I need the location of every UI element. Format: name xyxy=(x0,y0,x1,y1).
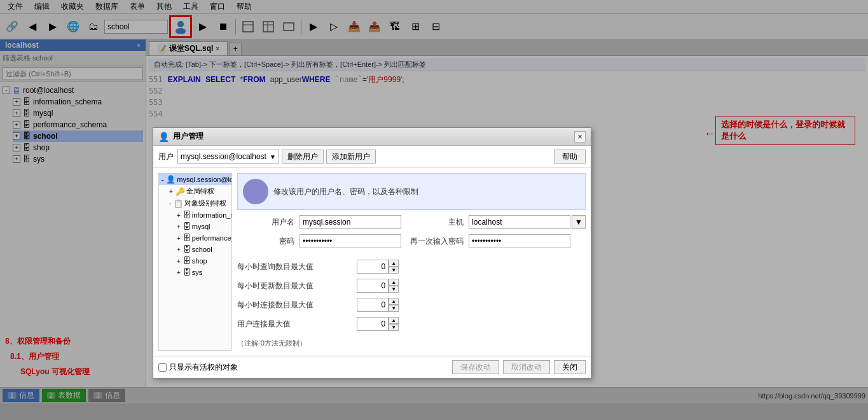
user-dropdown-value: mysql.session@localhost xyxy=(181,152,266,161)
dlg-expand-mysql[interactable]: + xyxy=(177,223,181,230)
max-queries-input[interactable] xyxy=(357,260,389,274)
dlg-db-school[interactable]: + 🗄 school xyxy=(174,244,231,255)
max-connections-input[interactable] xyxy=(357,298,389,312)
show-active-checkbox[interactable] xyxy=(158,363,167,372)
confirm-label: 再一次输入密码 xyxy=(406,236,464,247)
max-connections-up[interactable]: ▲ xyxy=(389,298,399,305)
dlg-db-perf-icon: 🗄 xyxy=(183,234,191,242)
max-user-conn-btns: ▲ ▼ xyxy=(389,317,399,331)
dialog-footer: 只显示有活权的对象 保存改动 取消改动 关闭 xyxy=(153,356,591,378)
dlg-tree-global-label: 全局特权 xyxy=(186,186,214,196)
max-user-conn-label: 用户连接最大值 xyxy=(237,319,352,330)
max-connections-down[interactable]: ▼ xyxy=(389,305,399,312)
form-row-max-updates: 每小时更新数目最大值 ▲ ▼ xyxy=(237,279,586,293)
save-btn[interactable]: 保存改动 xyxy=(452,360,499,374)
form-row-max-user-conn: 用户连接最大值 ▲ ▼ xyxy=(237,317,586,331)
dlg-db-school-icon: 🗄 xyxy=(183,245,191,254)
dropdown-arrow-icon: ▼ xyxy=(270,153,276,160)
dlg-db-info-label: information_schema xyxy=(192,211,232,219)
max-connections-label: 每小时连接数目最大值 xyxy=(237,300,352,311)
delete-user-btn[interactable]: 删除用户 xyxy=(282,150,324,164)
dlg-tree-global-priv[interactable]: + 🔑 全局特权 xyxy=(167,185,231,197)
max-user-conn-input[interactable] xyxy=(357,317,389,331)
show-active-label: 只显示有活权的对象 xyxy=(169,362,238,373)
dlg-db-shop-label: shop xyxy=(192,257,207,265)
svg-point-9 xyxy=(248,193,263,202)
host-dropdown-btn[interactable]: ▼ xyxy=(572,215,586,229)
dlg-expand-info[interactable]: + xyxy=(177,212,181,219)
dlg-db-mysql-icon: 🗄 xyxy=(183,222,191,231)
user-info-header: 修改该用户的用户名、密码，以及各种限制 xyxy=(237,173,586,210)
max-updates-up[interactable]: ▲ xyxy=(389,279,399,286)
footer-right: 保存改动 取消改动 关闭 xyxy=(452,360,586,374)
dlg-expand-sys[interactable]: + xyxy=(177,269,181,276)
max-updates-down[interactable]: ▼ xyxy=(389,286,399,293)
max-queries-up[interactable]: ▲ xyxy=(389,260,399,267)
user-description-text: 修改该用户的用户名、密码，以及各种限制 xyxy=(273,186,418,197)
password-input[interactable] xyxy=(300,234,401,248)
dlg-tree-global: + 🔑 全局特权 - 📋 对象级别特权 + 🗄 information_sc xyxy=(167,185,231,278)
dlg-expand-shop[interactable]: + xyxy=(177,258,181,265)
dlg-tree-dbs: + 🗄 information_schema + 🗄 mysql + 🗄 xyxy=(174,209,231,278)
svg-point-8 xyxy=(251,183,260,192)
dialog-title-text: 用户管理 xyxy=(173,131,203,142)
user-dropdown[interactable]: mysql.session@localhost ▼ xyxy=(177,150,279,164)
form-row-username: 用户名 主机 ▼ xyxy=(237,215,586,229)
dlg-tree-root-label: mysql.session@localhost xyxy=(177,176,232,183)
max-user-conn-down[interactable]: ▼ xyxy=(389,324,399,331)
dlg-db-shop[interactable]: + 🗄 shop xyxy=(174,255,231,267)
dlg-tree-root[interactable]: - 👤 mysql.session@localhost xyxy=(159,174,231,185)
dlg-expand-object[interactable]: - xyxy=(169,200,171,207)
max-updates-spinner: ▲ ▼ xyxy=(357,279,399,293)
username-label: 用户名 xyxy=(237,217,294,228)
dlg-tree-object-label: 对象级别特权 xyxy=(184,199,226,208)
user-avatar xyxy=(243,179,268,204)
dlg-db-perf[interactable]: + 🗄 performance_schema xyxy=(174,232,231,244)
max-updates-label: 每小时更新数目最大值 xyxy=(237,281,352,291)
footer-left: 只显示有活权的对象 xyxy=(158,362,238,373)
user-management-dialog: 👤 用户管理 × 用户 mysql.session@localhost ▼ 删除… xyxy=(153,127,591,379)
dialog-close-btn[interactable]: × xyxy=(574,131,586,143)
form-row-max-connections: 每小时连接数目最大值 ▲ ▼ xyxy=(237,298,586,312)
close-btn[interactable]: 关闭 xyxy=(554,360,586,374)
cancel-btn[interactable]: 取消改动 xyxy=(503,360,550,374)
dlg-db-sys-label: sys xyxy=(192,269,203,276)
dlg-db-school-label: school xyxy=(192,246,212,253)
password-label: 密码 xyxy=(237,236,294,247)
max-queries-spinner: ▲ ▼ xyxy=(357,260,399,274)
dlg-expand-school[interactable]: + xyxy=(177,246,181,253)
dialog-title: 👤 用户管理 xyxy=(158,131,203,142)
dlg-db-mysql-label: mysql xyxy=(192,223,210,230)
dlg-db-info[interactable]: + 🗄 information_schema xyxy=(174,209,231,221)
max-queries-down[interactable]: ▼ xyxy=(389,267,399,274)
dialog-overlay: 👤 用户管理 × 用户 mysql.session@localhost ▼ 删除… xyxy=(0,0,868,420)
max-updates-btns: ▲ ▼ xyxy=(389,279,399,293)
dlg-expand-root[interactable]: - xyxy=(162,176,163,183)
confirm-input[interactable] xyxy=(469,234,570,248)
username-input[interactable] xyxy=(300,215,401,229)
dlg-db-info-icon: 🗄 xyxy=(183,211,191,220)
dlg-expand-perf[interactable]: + xyxy=(177,235,181,242)
max-connections-btns: ▲ ▼ xyxy=(389,298,399,312)
help-btn[interactable]: 帮助 xyxy=(554,150,586,164)
dialog-body: - 👤 mysql.session@localhost + 🔑 全局特权 - 📋… xyxy=(153,168,591,356)
max-updates-input[interactable] xyxy=(357,279,389,293)
user-label: 用户 xyxy=(158,151,174,162)
form-row-max-queries: 每小时查询数目最大值 ▲ ▼ xyxy=(237,260,586,274)
dlg-db-shop-icon: 🗄 xyxy=(183,256,191,265)
dlg-db-sys[interactable]: + 🗄 sys xyxy=(174,267,231,278)
dialog-titlebar: 👤 用户管理 × xyxy=(153,128,591,146)
form-row-password: 密码 再一次输入密码 xyxy=(237,234,586,248)
max-user-conn-up[interactable]: ▲ xyxy=(389,317,399,324)
dlg-expand-global[interactable]: + xyxy=(169,188,173,195)
max-user-conn-spinner: ▲ ▼ xyxy=(357,317,399,331)
host-label: 主机 xyxy=(406,217,464,228)
dlg-db-mysql[interactable]: + 🗄 mysql xyxy=(174,221,231,232)
max-queries-label: 每小时查询数目最大值 xyxy=(237,262,352,272)
dlg-db-sys-icon: 🗄 xyxy=(183,268,191,277)
max-connections-spinner: ▲ ▼ xyxy=(357,298,399,312)
dlg-tree-object-priv[interactable]: - 📋 对象级别特权 xyxy=(167,197,231,209)
add-user-btn[interactable]: 添加新用户 xyxy=(326,150,376,164)
dialog-right-form: 修改该用户的用户名、密码，以及各种限制 用户名 主机 ▼ 密码 再一次输入密码 xyxy=(237,173,586,351)
host-input[interactable] xyxy=(469,215,570,229)
